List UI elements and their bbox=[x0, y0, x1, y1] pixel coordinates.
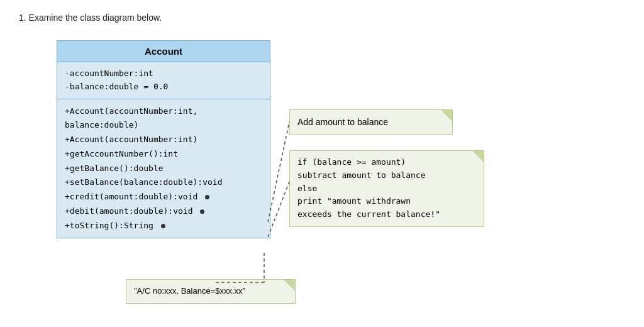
debit-line bbox=[268, 182, 289, 237]
uml-class-header: Account bbox=[57, 41, 270, 62]
attribute-balance: -balance:double = 0.0 bbox=[65, 80, 262, 94]
diagram-area: Account -accountNumber:int -balance:doub… bbox=[19, 34, 623, 323]
tostring-value-text: "A/C no:xxx, Balance=$xxx.xx" bbox=[134, 286, 245, 296]
note-add-amount: Add amount to balance bbox=[289, 109, 453, 135]
debit-dot bbox=[200, 209, 204, 214]
uml-class-methods: +Account(accountNumber:int, balance:doub… bbox=[57, 99, 270, 238]
debit-line-4: exceeds the current balance!" bbox=[297, 208, 476, 221]
tostring-dot bbox=[161, 224, 165, 228]
method-2: +Account(accountNumber:int) bbox=[65, 133, 262, 147]
uml-class-attributes: -accountNumber:int -balance:double = 0.0 bbox=[57, 62, 270, 99]
uml-class-box: Account -accountNumber:int -balance:doub… bbox=[57, 40, 270, 238]
method-debit: +debit(amount:double):void bbox=[65, 204, 262, 219]
method-credit: +credit(amount:double):void bbox=[65, 190, 262, 204]
debit-line-3: print "amount withdrawn bbox=[297, 195, 476, 208]
attribute-account-number: -accountNumber:int bbox=[65, 67, 262, 80]
intro-text: 1. Examine the class diagram below. bbox=[19, 13, 625, 23]
method-1: balance:double) bbox=[65, 118, 262, 133]
method-tostring: +toString():String bbox=[65, 219, 262, 233]
method-5: +setBalance(balance:double):void bbox=[65, 175, 262, 190]
page-container: 1. Examine the class diagram below. Acco… bbox=[0, 0, 644, 327]
debit-line-2: else bbox=[297, 182, 476, 196]
method-3: +getAccountNumber():int bbox=[65, 147, 262, 162]
credit-dot bbox=[205, 195, 209, 199]
method-4: +getBalance():double bbox=[65, 162, 262, 176]
note-add-amount-text: Add amount to balance bbox=[297, 117, 388, 127]
credit-line bbox=[268, 122, 289, 222]
method-0: +Account(accountNumber:int, bbox=[65, 104, 262, 119]
note-debit-logic: if (balance >= amount) subtract amount t… bbox=[289, 150, 484, 227]
debit-line-0: if (balance >= amount) bbox=[297, 156, 476, 169]
debit-line-1: subtract amount to balance bbox=[297, 169, 476, 182]
note-tostring: "A/C no:xxx, Balance=$xxx.xx" bbox=[126, 279, 296, 304]
